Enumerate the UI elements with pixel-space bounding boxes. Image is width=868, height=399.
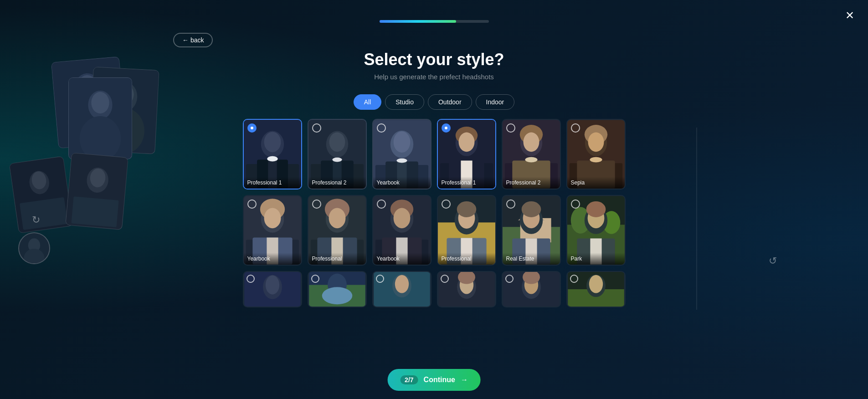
photo-card-r3f[interactable] <box>566 271 626 307</box>
svg-point-152 <box>395 275 408 293</box>
continue-label: Continue <box>424 376 455 384</box>
svg-point-48 <box>264 132 281 153</box>
svg-point-90 <box>590 157 602 163</box>
photo-card-r3d[interactable] <box>437 271 496 307</box>
card-label-yearbook-f: Yearbook <box>244 253 301 265</box>
svg-point-138 <box>586 201 606 217</box>
progress-fill <box>380 20 456 23</box>
page-subtitle: Help us generate the prefect headshots <box>374 73 494 81</box>
progress-badge: 2/7 <box>400 375 418 384</box>
svg-point-148 <box>322 287 352 304</box>
card-label-professional-1: Professional 1 <box>244 177 301 189</box>
svg-point-80 <box>523 133 539 152</box>
continue-button[interactable]: 2/7 Continue → <box>387 369 481 391</box>
progress-bar <box>380 20 489 23</box>
photo-card-sepia[interactable]: Sepia <box>566 119 626 189</box>
close-button[interactable]: ✕ <box>845 9 854 22</box>
continue-arrow: → <box>461 376 468 384</box>
photo-card-professional-fd[interactable]: Professional <box>308 195 367 266</box>
card-label-park: Park <box>567 253 625 265</box>
main-content: Select your style? Help us generate the … <box>173 0 695 399</box>
radio-r3e <box>505 275 514 283</box>
svg-point-51 <box>267 156 277 162</box>
svg-point-112 <box>393 208 410 229</box>
svg-point-164 <box>589 275 602 293</box>
svg-point-72 <box>458 133 474 152</box>
back-button[interactable]: ← back <box>173 33 213 47</box>
radio-real-estate <box>506 200 515 209</box>
radio-r3d <box>441 275 449 283</box>
photo-card-r3a[interactable] <box>243 271 302 307</box>
photo-card-professional-om[interactable]: Professional <box>437 195 496 266</box>
photo-card-yearbook-f2[interactable]: Yearbook <box>372 195 431 266</box>
radio-professional-1 <box>247 123 257 133</box>
photo-card-yearbook-1[interactable]: Yearbook <box>372 119 431 189</box>
svg-point-11 <box>91 92 109 113</box>
photo-card-r3e[interactable] <box>502 271 561 307</box>
svg-point-58 <box>332 158 342 162</box>
photo-card-professional-1f[interactable]: Professional 1 <box>437 119 496 189</box>
photo-card-professional-2a[interactable]: Professional 2 <box>308 119 367 189</box>
photo-card-professional-1[interactable]: Professional 1 <box>243 119 302 189</box>
radio-r3b <box>311 275 319 283</box>
radio-yearbook-f <box>247 200 257 209</box>
photo-grid-scroll[interactable]: Professional 1 Professional 2 <box>243 110 626 307</box>
tab-outdoor[interactable]: Outdoor <box>428 94 472 110</box>
svg-rect-18 <box>71 196 118 227</box>
tab-studio[interactable]: Studio <box>385 94 424 110</box>
card-label-professional-fd: Professional <box>308 253 366 265</box>
radio-yearbook-f2 <box>377 200 386 209</box>
radio-professional-fd <box>312 200 321 209</box>
deco-photo-card <box>68 77 132 159</box>
radio-yearbook-1 <box>377 123 386 133</box>
card-label-yearbook-f2: Yearbook <box>373 253 431 265</box>
continue-bar: 2/7 Continue → <box>387 369 481 391</box>
photo-card-professional-2f[interactable]: Professional 2 <box>502 119 561 189</box>
arrow-deco-right: ↺ <box>769 255 777 267</box>
radio-park <box>571 200 580 209</box>
svg-point-96 <box>264 208 281 229</box>
svg-point-144 <box>265 276 279 295</box>
arrow-deco-left: ↻ <box>32 214 40 226</box>
svg-point-10 <box>80 116 121 159</box>
filter-tabs: All Studio Outdoor Indoor <box>354 94 515 110</box>
svg-point-129 <box>521 201 541 217</box>
deco-photo-card <box>9 156 73 233</box>
svg-point-63 <box>393 132 410 153</box>
vertical-divider <box>696 128 697 310</box>
page-title: Select your style? <box>364 50 504 69</box>
photo-card-r3b[interactable] <box>308 271 367 307</box>
svg-point-55 <box>329 133 345 152</box>
photo-card-real-estate[interactable]: Real Estate <box>502 195 561 266</box>
card-label-professional-om: Professional <box>438 253 495 265</box>
deco-photo-card <box>65 153 128 230</box>
svg-point-66 <box>396 159 407 163</box>
tab-all[interactable]: All <box>354 94 382 110</box>
card-label-yearbook-1: Yearbook <box>373 177 431 189</box>
radio-r3c <box>376 275 384 283</box>
radio-professional-1f <box>442 123 451 133</box>
card-label-real-estate: Real Estate <box>503 253 560 265</box>
deco-circle-photo <box>18 232 50 264</box>
photo-grid: Professional 1 Professional 2 <box>243 119 624 307</box>
photo-card-park[interactable]: Park <box>566 195 626 266</box>
radio-professional-2a <box>312 123 321 133</box>
card-label-professional-2f: Professional 2 <box>503 177 560 189</box>
card-label-professional-2a: Professional 2 <box>308 177 366 189</box>
radio-professional-om <box>442 200 451 209</box>
card-label-sepia: Sepia <box>567 177 625 189</box>
radio-r3a <box>247 275 255 283</box>
svg-point-120 <box>457 201 476 217</box>
svg-point-104 <box>329 208 345 229</box>
radio-professional-2f <box>506 123 515 133</box>
radio-sepia <box>571 123 580 133</box>
photo-card-r3c[interactable] <box>372 271 431 307</box>
svg-point-82 <box>525 157 537 163</box>
card-label-professional-1f: Professional 1 <box>438 177 495 189</box>
radio-r3f <box>570 275 578 283</box>
svg-point-88 <box>588 133 604 152</box>
tab-indoor[interactable]: Indoor <box>476 94 515 110</box>
photo-card-yearbook-f[interactable]: Yearbook <box>243 195 302 266</box>
